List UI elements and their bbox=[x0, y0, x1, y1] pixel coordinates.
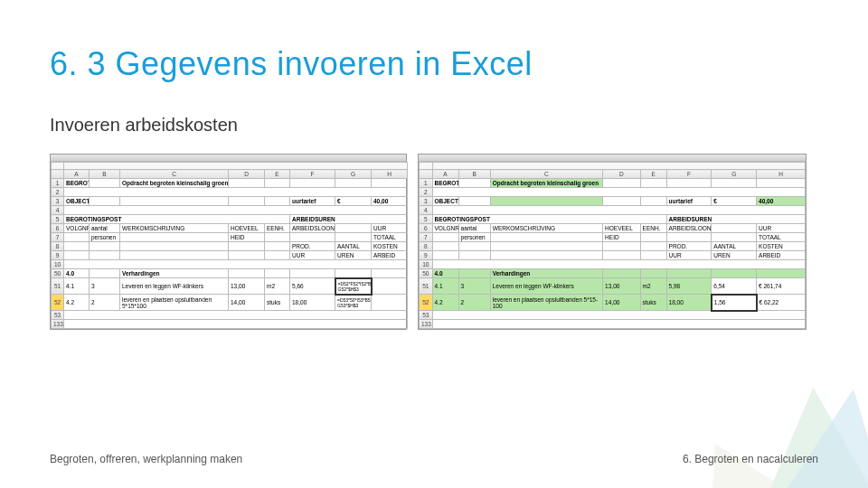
excel-screenshot-left: ABCDEFGH 1BEGROTINGOpdracht begroten kle… bbox=[50, 154, 407, 330]
footer-right: 6. Begroten en nacalculeren bbox=[683, 453, 818, 465]
background-decoration bbox=[669, 343, 868, 488]
footer-left: Begroten, offreren, werkplanning maken bbox=[50, 453, 242, 465]
slide-subtitle: Invoeren arbeidskosten bbox=[50, 115, 818, 136]
excel-screenshot-right: ABCDEFGH 1BEGROTINGOpdracht begroten kle… bbox=[418, 154, 807, 330]
slide-title: 6. 3 Gegevens invoeren in Excel bbox=[50, 45, 818, 83]
